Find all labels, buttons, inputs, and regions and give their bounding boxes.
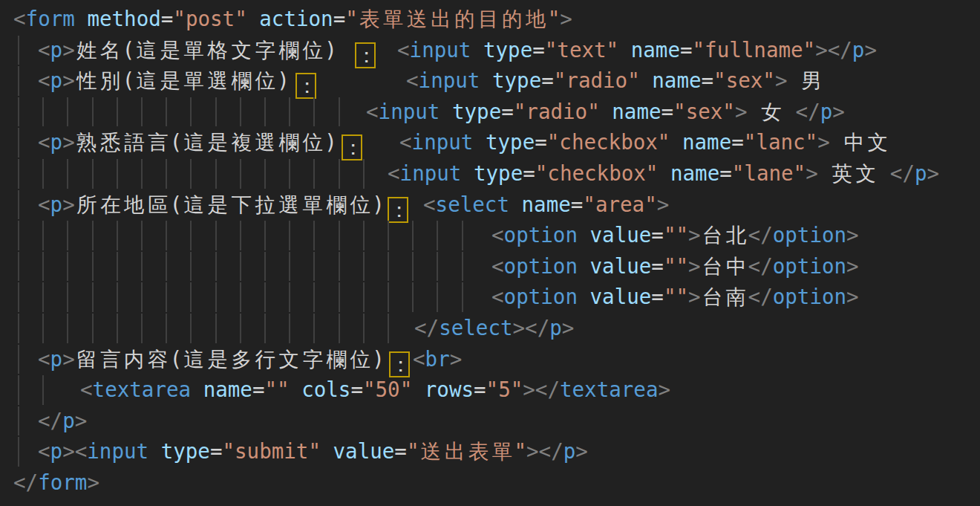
code-token-att: name bbox=[670, 161, 719, 185]
code-token-att: value bbox=[590, 254, 652, 278]
code-token-pun: < bbox=[388, 161, 400, 185]
code-line: </select></p> bbox=[0, 313, 980, 344]
indent-guide bbox=[339, 314, 340, 343]
indent-guide bbox=[18, 190, 19, 220]
code-token-pun: > bbox=[846, 254, 859, 278]
code-token-eq: = bbox=[662, 100, 674, 123]
indent-guide bbox=[313, 159, 315, 189]
code-token-tag: p bbox=[62, 409, 75, 432]
code-token-pun: ></ bbox=[526, 439, 564, 463]
indent-guide bbox=[67, 221, 68, 250]
indent-guide bbox=[92, 252, 94, 282]
code-token-str: "submit" bbox=[222, 439, 321, 463]
indent-guide bbox=[215, 97, 217, 127]
code-token-pun: > bbox=[806, 161, 818, 185]
code-token-pun: > bbox=[688, 254, 701, 278]
indent-guide bbox=[166, 221, 167, 250]
code-token-str: "lane" bbox=[732, 161, 806, 185]
code-token-eq: = bbox=[702, 68, 714, 92]
indent-guide bbox=[240, 282, 241, 312]
code-token-tag: select bbox=[436, 192, 509, 216]
code-line: <input type="radio" name="sex"> 女 </p> bbox=[0, 97, 980, 128]
code-token-txt: 性別(這是單選欄位) bbox=[75, 68, 290, 92]
indent-guide bbox=[264, 282, 266, 312]
indent-guide bbox=[437, 282, 438, 312]
indent-guide bbox=[92, 97, 94, 127]
indent-guide bbox=[388, 282, 389, 312]
code-token-str: "5" bbox=[486, 377, 523, 401]
indent-guide bbox=[240, 159, 241, 189]
indent-guide bbox=[462, 252, 463, 282]
code-token-str: "checkbox" bbox=[535, 161, 659, 185]
indent-guide bbox=[339, 252, 340, 282]
code-line: <p>留言内容(這是多行文字欄位)：<br> bbox=[0, 344, 980, 375]
indent-guide bbox=[18, 437, 19, 467]
code-token-tag: input bbox=[410, 38, 471, 62]
indent-guide bbox=[190, 97, 192, 127]
indent-guide bbox=[215, 282, 217, 312]
code-segment: <option value="">台中</option> bbox=[491, 251, 859, 282]
code-line: <p><input type="submit" value="送出表單"></p… bbox=[0, 436, 980, 467]
code-token-pun: < bbox=[38, 192, 50, 216]
code-token-tag: option bbox=[773, 285, 846, 308]
code-token-str: "sex" bbox=[713, 68, 775, 92]
code-segment: </select></p> bbox=[414, 313, 574, 344]
code-token-txt: 台南 bbox=[701, 285, 748, 308]
code-token-txt bbox=[578, 254, 590, 278]
indent-guide bbox=[67, 97, 68, 127]
code-line: <option value="">台北</option> bbox=[0, 220, 980, 251]
code-token-str: "radio" bbox=[554, 68, 640, 92]
code-token-eq: = bbox=[541, 68, 554, 92]
indent-guide bbox=[117, 159, 118, 189]
code-token-pun: </ bbox=[414, 316, 439, 340]
code-segment: ： bbox=[389, 344, 410, 377]
code-token-tag: textarea bbox=[560, 377, 659, 401]
code-token-pun: </ bbox=[748, 285, 773, 308]
indent-guide bbox=[264, 252, 266, 282]
indent-guide bbox=[264, 314, 266, 343]
code-token-eq: = bbox=[651, 254, 664, 278]
code-token-tag: p bbox=[50, 38, 63, 62]
code-segment: </p> bbox=[38, 406, 87, 437]
code-segment: <input type="text" name="fullname"></p> bbox=[397, 35, 877, 66]
code-segment: <br> bbox=[413, 344, 462, 375]
indent-guide bbox=[141, 252, 143, 282]
code-segment: ： bbox=[355, 35, 376, 68]
indent-guide bbox=[313, 221, 315, 250]
code-token-att: value bbox=[590, 223, 652, 247]
code-token-txt bbox=[658, 161, 670, 185]
indent-guide bbox=[92, 221, 94, 250]
code-token-eq: = bbox=[731, 130, 744, 154]
indent-guide bbox=[437, 221, 438, 250]
code-token-att: name bbox=[612, 100, 661, 123]
code-token-att: type bbox=[474, 161, 523, 185]
indent-guide bbox=[117, 221, 118, 250]
indent-guide bbox=[18, 159, 19, 189]
code-token-str: "fullname" bbox=[693, 38, 816, 62]
indent-guide bbox=[289, 221, 290, 250]
code-token-txt bbox=[412, 377, 425, 401]
code-token-pun: </ bbox=[748, 254, 773, 278]
code-token-pun: < bbox=[38, 68, 50, 92]
code-token-str: "" bbox=[664, 223, 688, 247]
indent-guide bbox=[363, 159, 365, 189]
code-token-txt bbox=[640, 68, 653, 92]
code-token-pun: > bbox=[864, 38, 877, 62]
code-token-pun: > bbox=[62, 130, 75, 154]
code-line: <option value="">台南</option> bbox=[0, 282, 980, 313]
code-token-str: "表單送出的目的地" bbox=[345, 7, 560, 30]
indent-guide bbox=[141, 221, 143, 250]
code-token-txt bbox=[509, 192, 522, 216]
indent-guide bbox=[18, 128, 19, 158]
code-line: <p>所在地區(這是下拉選單欄位)：<select name="area"> bbox=[0, 189, 980, 221]
code-token-tag: option bbox=[504, 254, 578, 278]
code-token-tag: form bbox=[26, 7, 75, 30]
code-token-pun: ></ bbox=[815, 38, 852, 62]
code-token-txt: 台中 bbox=[701, 254, 748, 278]
indent-guide bbox=[18, 375, 19, 405]
code-token-eq: = bbox=[571, 192, 584, 216]
code-token-pun: < bbox=[80, 377, 93, 401]
indent-guide bbox=[18, 252, 19, 282]
code-editor[interactable]: <form method="post" action="表單送出的目的地"><p… bbox=[0, 0, 980, 506]
indent-guide bbox=[264, 221, 266, 250]
